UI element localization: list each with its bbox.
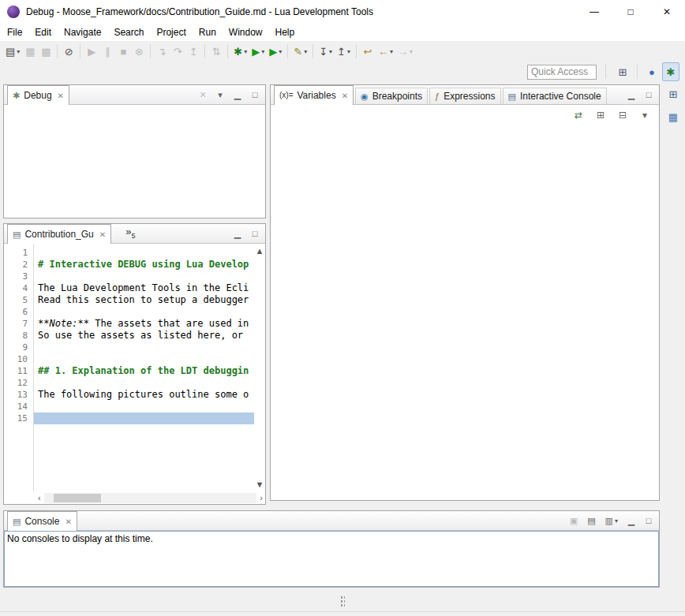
menu-search[interactable]: Search bbox=[107, 24, 150, 41]
maximize-button[interactable]: □ bbox=[249, 88, 261, 103]
menu-project[interactable]: Project bbox=[150, 24, 192, 41]
minimize-button[interactable]: ▁ bbox=[231, 227, 244, 241]
maximize-button[interactable]: □ bbox=[612, 0, 649, 24]
hscroll-track[interactable] bbox=[44, 493, 257, 503]
last-edit-location-button[interactable]: ↩ bbox=[360, 43, 376, 60]
editor-line[interactable] bbox=[34, 353, 254, 365]
line-number[interactable]: 5 bbox=[4, 294, 33, 306]
line-number[interactable]: 11 bbox=[4, 365, 33, 377]
open-console-dropdown-icon[interactable]: ▾ bbox=[615, 517, 618, 525]
tab-variables[interactable]: (x)=Variables✕ bbox=[274, 85, 354, 105]
minimize-button[interactable]: ▁ bbox=[625, 514, 638, 528]
terminate-button[interactable]: ■ bbox=[115, 43, 131, 60]
editor-line[interactable] bbox=[34, 342, 254, 353]
resume-button[interactable]: ▶ bbox=[84, 43, 99, 60]
tab-breakpoints[interactable]: ◉Breakpoints bbox=[355, 88, 428, 104]
editor-horizontal-scrollbar[interactable]: ‹ › bbox=[4, 491, 265, 504]
debug-button[interactable]: ✱▾ bbox=[231, 43, 249, 60]
display-selected-console-button[interactable]: ▤ bbox=[585, 514, 597, 528]
editor-line[interactable] bbox=[34, 401, 254, 413]
save-button[interactable]: ▦ bbox=[22, 43, 38, 60]
new-button[interactable]: ▤▾ bbox=[3, 43, 22, 60]
open-perspective-button[interactable]: ⊞ bbox=[615, 63, 631, 80]
editor-vertical-scrollbar[interactable]: ▲ ▼ bbox=[254, 244, 265, 491]
menu-run[interactable]: Run bbox=[193, 24, 223, 41]
run-button[interactable]: ▶▾ bbox=[249, 43, 267, 60]
line-number[interactable]: 1 bbox=[4, 247, 33, 259]
remove-all-terminated-button[interactable]: ✕ bbox=[197, 88, 209, 103]
tab-contribution-guide[interactable]: ▤ Contribution_Gu ✕ bbox=[7, 224, 111, 244]
view-menu-button[interactable]: ▾ bbox=[214, 88, 226, 103]
save-all-button[interactable]: ▩ bbox=[38, 43, 54, 60]
hidden-editors-chevron[interactable]: » 5 bbox=[121, 226, 140, 243]
debug-perspective-button[interactable]: ✱ bbox=[663, 63, 679, 80]
new-dropdown-icon[interactable]: ▾ bbox=[17, 48, 20, 55]
open-console-button[interactable]: ▥▾ bbox=[603, 514, 620, 528]
close-icon[interactable]: ✕ bbox=[58, 91, 64, 100]
line-number[interactable]: 13 bbox=[4, 389, 33, 401]
step-return-button[interactable]: ↥ bbox=[185, 43, 201, 60]
menu-window[interactable]: Window bbox=[223, 24, 269, 41]
collapse-all-button[interactable]: ⊟ bbox=[615, 108, 631, 122]
show-type-names-button[interactable]: ⇄ bbox=[571, 108, 586, 122]
menu-edit[interactable]: Edit bbox=[28, 24, 58, 41]
editor-line[interactable]: # Interactive DEBUG using Lua Develop bbox=[34, 259, 254, 271]
scroll-down-icon[interactable]: ▼ bbox=[253, 480, 265, 489]
sash-drag-handle[interactable] bbox=[340, 595, 345, 607]
hscroll-thumb[interactable] bbox=[54, 494, 101, 502]
maximize-button[interactable]: □ bbox=[642, 88, 655, 103]
editor-text-area[interactable]: # Interactive DEBUG using Lua DevelopThe… bbox=[34, 244, 254, 491]
editor-line[interactable]: The following pictures outline some o bbox=[34, 389, 254, 401]
forward-button[interactable]: →▾ bbox=[395, 43, 415, 60]
menu-navigate[interactable]: Navigate bbox=[58, 24, 107, 41]
editor-line[interactable] bbox=[34, 306, 254, 318]
editor-line[interactable] bbox=[34, 377, 254, 389]
close-icon[interactable]: ✕ bbox=[65, 517, 71, 526]
next-annotation-button[interactable]: ↧▾ bbox=[316, 43, 335, 60]
editor-line[interactable] bbox=[34, 271, 254, 282]
run-dropdown-icon[interactable]: ▾ bbox=[261, 48, 264, 55]
minimize-button[interactable]: — bbox=[576, 0, 612, 24]
skip-all-breakpoints-button[interactable]: ⊘ bbox=[61, 43, 77, 60]
mark-occurrences-dropdown-icon[interactable]: ▾ bbox=[304, 48, 307, 55]
scroll-up-icon[interactable]: ▲ bbox=[253, 246, 265, 256]
disconnect-button[interactable]: ⊗ bbox=[131, 43, 147, 60]
minimized-view-1-button[interactable]: ⊞ bbox=[665, 85, 681, 103]
previous-annotation-button[interactable]: ↥▾ bbox=[335, 43, 353, 60]
tab-console[interactable]: ▤ Console ✕ bbox=[7, 511, 77, 531]
tab-debug[interactable]: ✱ Debug ✕ bbox=[7, 85, 69, 105]
line-number[interactable]: 15 bbox=[4, 413, 33, 424]
line-number[interactable]: 10 bbox=[4, 353, 33, 365]
tab-interactive-console[interactable]: ▤Interactive Console bbox=[503, 88, 607, 104]
line-number[interactable]: 2 bbox=[4, 259, 33, 271]
back-dropdown-icon[interactable]: ▾ bbox=[390, 48, 393, 55]
step-over-button[interactable]: ↷ bbox=[170, 43, 185, 60]
back-button[interactable]: ←▾ bbox=[376, 43, 395, 60]
mark-occurrences-button[interactable]: ✎▾ bbox=[291, 43, 309, 60]
next-annotation-dropdown-icon[interactable]: ▾ bbox=[329, 48, 332, 55]
tab-expressions[interactable]: ƒExpressions bbox=[429, 88, 501, 104]
forward-dropdown-icon[interactable]: ▾ bbox=[410, 48, 413, 55]
minimized-view-2-button[interactable]: ▦ bbox=[665, 108, 681, 125]
close-button[interactable]: ✕ bbox=[649, 0, 685, 24]
editor-line[interactable]: Read this section to setup a debugger bbox=[34, 294, 254, 306]
line-number[interactable]: 6 bbox=[4, 306, 33, 318]
scroll-right-icon[interactable]: › bbox=[257, 493, 265, 502]
menu-help[interactable]: Help bbox=[269, 24, 301, 41]
line-number[interactable]: 14 bbox=[4, 401, 33, 413]
editor-line[interactable]: ## 1. Explanation of the LDT debuggin bbox=[34, 365, 254, 377]
quick-access-input[interactable]: Quick Access bbox=[527, 65, 597, 80]
line-number[interactable]: 12 bbox=[4, 377, 33, 389]
line-number[interactable]: 8 bbox=[4, 330, 33, 342]
menu-file[interactable]: File bbox=[1, 24, 28, 41]
pin-console-button[interactable]: ▣ bbox=[567, 514, 580, 528]
editor-line[interactable] bbox=[34, 247, 254, 259]
close-icon[interactable]: ✕ bbox=[99, 230, 106, 239]
step-into-button[interactable]: ↴ bbox=[154, 43, 170, 60]
debug-dropdown-icon[interactable]: ▾ bbox=[244, 48, 247, 55]
run-external-tools-button[interactable]: ▶▾ bbox=[267, 43, 284, 60]
editor-line[interactable]: **Note:** The assets that are used in bbox=[34, 318, 254, 330]
editor-line[interactable]: The Lua Development Tools in the Ecli bbox=[34, 282, 254, 294]
minimize-button[interactable]: ▁ bbox=[625, 88, 638, 103]
editor-line[interactable] bbox=[34, 413, 254, 424]
